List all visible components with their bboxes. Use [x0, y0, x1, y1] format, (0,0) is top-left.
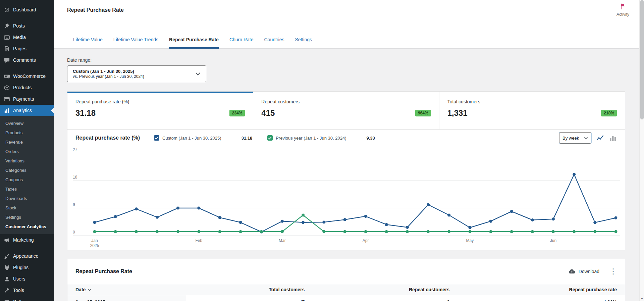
sidebar-item-plugins[interactable]: Plugins [0, 262, 54, 273]
selected-card-accent [67, 92, 253, 93]
sidebar-item-woocommerce[interactable]: WooCommerce [0, 70, 54, 82]
sidebar-item-payments[interactable]: Payments [0, 93, 54, 105]
download-button[interactable]: Download [568, 268, 599, 275]
sidebar-subitem-downloads[interactable]: Downloads [0, 194, 54, 203]
sidebar-subitem-customer-analytics[interactable]: Customer Analytics [0, 222, 54, 232]
scrollbar-down-arrow[interactable]: ▼ [640, 297, 644, 300]
scrollbar-thumb[interactable] [640, 0, 644, 119]
sidebar-item-label: Comments [13, 57, 36, 63]
sidebar-item-label: Appearance [13, 253, 39, 259]
interval-select[interactable]: By week [559, 132, 591, 144]
bar-chart-toggle[interactable] [609, 134, 617, 142]
column-header-total-customers: Total customers [186, 284, 313, 295]
stat-card-repeat-customers[interactable]: Repeat customers415964% [253, 92, 439, 129]
column-header-repeat-purchase-rate: Repeat purchase rate [458, 284, 625, 295]
flag-icon [619, 3, 627, 11]
svg-text:18: 18 [73, 175, 77, 180]
payments-icon [3, 96, 10, 102]
sidebar-subitem-categories[interactable]: Categories [0, 166, 54, 175]
sidebar-item-pages[interactable]: Pages [0, 43, 54, 54]
stat-value: 415 [261, 108, 275, 118]
sidebar-item-analytics[interactable]: Analytics [0, 105, 54, 116]
stat-value: 31.18 [75, 108, 96, 118]
summary-chart-panel: Repeat purchase rate (%)31.18234%Repeat … [67, 91, 625, 250]
sidebar-item-label: Tools [13, 288, 24, 293]
sidebar-item-comments[interactable]: Comments [0, 54, 54, 66]
stat-change-badge: 218% [601, 110, 617, 116]
legend-item-custom-jan-1-jun-30-2025[interactable]: Custom (Jan 1 - Jun 30, 2025)31.18 [154, 135, 252, 141]
chart-title: Repeat purchase rate (%) [75, 135, 140, 141]
sidebar-subitem-overview[interactable]: Overview [0, 119, 54, 128]
plugin-icon [3, 264, 10, 271]
stat-card-repeat-purchase-rate[interactable]: Repeat purchase rate (%)31.18234% [67, 92, 253, 129]
pin-icon [3, 22, 10, 29]
tab-lifetime-value-trends[interactable]: Lifetime Value Trends [113, 37, 158, 49]
activity-button[interactable]: Activity [616, 3, 629, 17]
cell-value: 2 [313, 295, 458, 301]
chart-controls: By week [559, 132, 617, 144]
legend-value: 9.33 [366, 136, 375, 141]
sidebar-item-label: Media [13, 35, 26, 40]
tab-repeat-purchase-rate[interactable]: Repeat Purchase Rate [169, 37, 219, 49]
main-content: Repeat Purchase Rate Activity Lifetime V… [54, 0, 639, 301]
sidebar-item-media[interactable]: Media [0, 32, 54, 43]
line-chart-toggle[interactable] [596, 134, 604, 142]
sidebar-subitem-variations[interactable]: Variations [0, 156, 54, 166]
users-icon [3, 275, 10, 282]
sidebar-subitem-coupons[interactable]: Coupons [0, 175, 54, 185]
tools-icon [3, 287, 10, 294]
stat-card-total-customers[interactable]: Total customers1,331218% [439, 92, 625, 129]
active-item-arrow [48, 108, 54, 113]
pages-icon [3, 45, 10, 52]
svg-text:May: May [466, 238, 474, 243]
sidebar-item-posts[interactable]: Posts [0, 20, 54, 32]
sidebar-item-appearance[interactable]: Appearance [0, 250, 54, 262]
menu-separator [0, 15, 54, 20]
column-header-date[interactable]: Date [67, 284, 186, 295]
tab-churn-rate[interactable]: Churn Rate [229, 37, 254, 49]
date-range-label: Date range: [67, 57, 625, 63]
svg-text:Jun: Jun [550, 238, 556, 243]
menu-separator [0, 66, 54, 70]
data-table-panel: Repeat Purchase Rate Download ⋮ DateTota… [67, 259, 625, 301]
bar-chart-icon [609, 134, 617, 142]
sidebar-item-label: Dashboard [13, 7, 36, 12]
legend-checkbox[interactable] [267, 135, 273, 141]
sidebar-item-dashboard[interactable]: Dashboard [0, 4, 54, 15]
chevron-down-icon [584, 137, 588, 139]
stat-label: Total customers [447, 99, 617, 104]
sidebar-item-label: Analytics [13, 108, 32, 113]
sidebar-subitem-taxes[interactable]: Taxes [0, 185, 54, 194]
tab-settings[interactable]: Settings [295, 37, 312, 49]
sidebar-item-products[interactable]: Products [0, 82, 54, 93]
stat-change-badge: 234% [229, 110, 245, 116]
cloud-download-icon [568, 268, 576, 275]
sidebar-item-label: Posts [13, 23, 25, 29]
box-icon [3, 84, 10, 91]
sidebar-subitem-products[interactable]: Products [0, 128, 54, 138]
tab-countries[interactable]: Countries [264, 37, 284, 49]
analytics-submenu: OverviewProductsRevenueOrdersVariationsC… [0, 116, 54, 234]
legend-item-previous-year-jan-1-jun-30-2024[interactable]: Previous year (Jan 1 - Jun 30, 2024)9.33 [267, 135, 375, 141]
date-range-dropdown[interactable]: Custom (Jan 1 - Jun 30, 2025) vs. Previo… [67, 65, 206, 82]
table-title: Repeat Purchase Rate [75, 268, 132, 274]
table-body: June 25, 20254724.26% [67, 295, 625, 301]
legend-checkbox[interactable] [154, 135, 159, 141]
sidebar-item-label: Plugins [13, 265, 29, 270]
svg-text:Apr: Apr [363, 238, 369, 243]
sidebar-item-marketing[interactable]: Marketing [0, 234, 54, 246]
chart-area: 091827Jan2025FebMarAprMayJun [67, 146, 625, 250]
tab-lifetime-value[interactable]: Lifetime Value [73, 37, 103, 49]
kebab-menu-icon[interactable]: ⋮ [609, 268, 617, 275]
sort-chevron-down-icon [88, 289, 91, 291]
sidebar-subitem-revenue[interactable]: Revenue [0, 138, 54, 147]
sidebar-subitem-settings[interactable]: Settings [0, 213, 54, 222]
sidebar-item-settings[interactable]: Settings [0, 296, 54, 301]
vertical-scrollbar[interactable]: ▼ [639, 0, 644, 301]
svg-text:27: 27 [73, 147, 77, 152]
sidebar-item-tools[interactable]: Tools [0, 285, 54, 296]
sidebar-subitem-stock[interactable]: Stock [0, 203, 54, 213]
sidebar-subitem-orders[interactable]: Orders [0, 147, 54, 156]
media-icon [3, 34, 10, 41]
sidebar-item-users[interactable]: Users [0, 273, 54, 285]
